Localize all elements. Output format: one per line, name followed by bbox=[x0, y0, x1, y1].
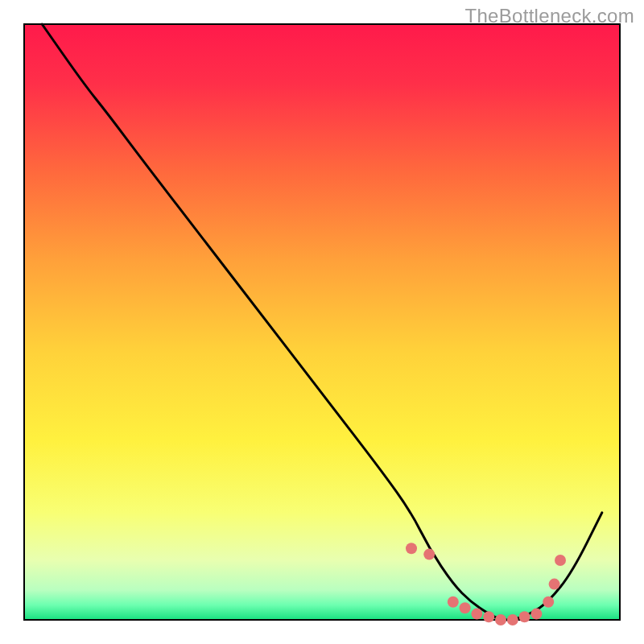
marker-dot bbox=[423, 549, 435, 560]
chart-frame: TheBottleneck.com bbox=[0, 0, 644, 644]
marker-dot bbox=[555, 555, 566, 566]
marker-dot bbox=[519, 611, 530, 622]
marker-dot bbox=[448, 597, 459, 608]
watermark-text: TheBottleneck.com bbox=[464, 5, 634, 27]
plot-background bbox=[24, 24, 620, 620]
marker-dot bbox=[495, 614, 506, 625]
marker-dot bbox=[530, 609, 542, 620]
marker-dot bbox=[507, 614, 518, 625]
marker-dot bbox=[406, 543, 417, 554]
marker-dot bbox=[549, 579, 560, 590]
marker-dot bbox=[460, 602, 471, 613]
marker-dot bbox=[471, 609, 482, 620]
marker-dot bbox=[543, 597, 554, 608]
bottleneck-chart bbox=[0, 0, 644, 644]
marker-dot bbox=[483, 611, 494, 622]
